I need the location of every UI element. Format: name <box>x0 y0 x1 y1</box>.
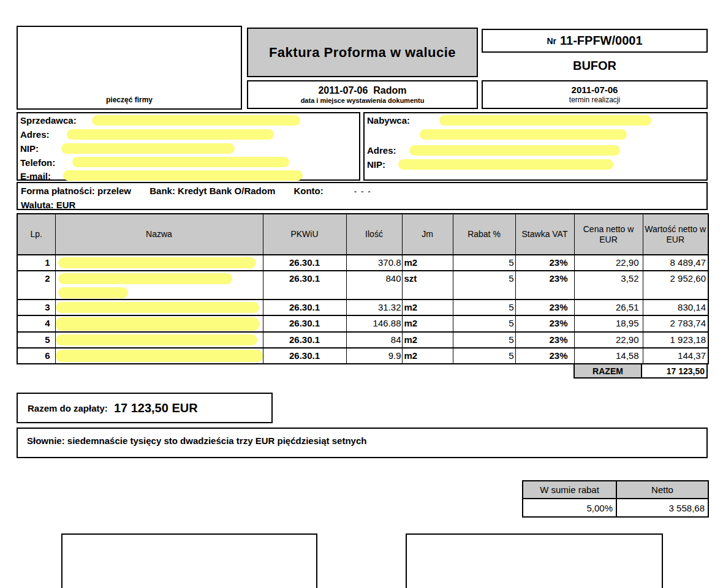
redacted-buyer-address <box>409 145 620 156</box>
item-name <box>55 271 263 300</box>
invoice-number: 11-FPFW/0001 <box>560 34 643 48</box>
item-unit: m2 <box>402 255 453 271</box>
payment-line1: Forma płatności: przelew Bank: Kredyt Ba… <box>21 184 703 198</box>
payment-form: Forma płatności: przelew <box>21 186 131 196</box>
col-vat: Stawka VAT <box>515 214 574 255</box>
item-qty: 840 <box>346 271 402 300</box>
seller-email-label: E-mail: <box>20 170 51 183</box>
payment-currency: Waluta: EUR <box>21 198 703 211</box>
item-row: 4 26.30.1 146.88 m2 5 23% 18,95 2 783,74 <box>17 315 708 332</box>
item-lp: 4 <box>17 315 55 332</box>
buyer-nip-label: NIP: <box>367 158 385 172</box>
col-price: Cena netto w EUR <box>574 214 643 255</box>
item-value: 2 952,60 <box>643 271 708 300</box>
item-unit: szt <box>402 271 453 300</box>
item-unit: m2 <box>402 300 453 315</box>
amount-in-words: Słownie: siedemnaście tysięcy sto dwadzi… <box>27 435 366 446</box>
discount-summary-header-row: W sumie rabat Netto <box>523 481 708 499</box>
item-price: 18,95 <box>574 315 643 332</box>
item-pkwiu: 26.30.1 <box>263 300 346 315</box>
item-price: 22,90 <box>574 255 643 271</box>
item-vat: 23% <box>515 271 574 300</box>
redacted-item-name-line2 <box>58 287 128 298</box>
due-date-caption: termin realizacji <box>569 96 620 105</box>
item-name <box>55 332 263 348</box>
item-unit: m2 <box>402 315 453 332</box>
item-discount: 5 <box>453 315 515 332</box>
item-unit: m2 <box>402 348 453 364</box>
item-lp: 6 <box>17 348 55 364</box>
col-discount: Rabat % <box>453 214 515 255</box>
item-lp: 2 <box>17 271 55 300</box>
redacted-item-name <box>58 257 256 268</box>
item-price: 3,52 <box>574 271 643 300</box>
item-value: 8 489,47 <box>643 255 708 271</box>
item-pkwiu: 26.30.1 <box>263 315 346 332</box>
item-name <box>55 300 263 315</box>
payment-box: Forma płatności: przelew Bank: Kredyt Ba… <box>17 182 708 210</box>
issue-date-caption: data i miejsce wystawienia dokumentu <box>301 97 425 105</box>
item-qty: 9.9 <box>346 348 402 364</box>
item-pkwiu: 26.30.1 <box>263 255 346 271</box>
col-lp: Lp. <box>17 214 55 255</box>
items-total-label: RAZEM <box>573 363 642 379</box>
netto-header: Netto <box>616 481 708 499</box>
item-vat: 23% <box>515 300 574 315</box>
document-title: Faktura Proforma w walucie <box>269 45 456 61</box>
item-lp: 5 <box>17 332 55 348</box>
item-row: 6 26.30.1 9.9 m2 5 23% 14,58 144,37 <box>17 348 708 364</box>
redacted-buyer-name-line2 <box>420 129 627 140</box>
col-qty: Ilość <box>346 214 402 255</box>
redacted-buyer-nip <box>398 159 613 170</box>
seller-box: Sprzedawca: Adres: NIP: Telefon: E-mail: <box>17 112 360 181</box>
due-date-box: 2011-07-06 termin realizacji <box>482 80 708 109</box>
item-lp: 3 <box>17 300 55 315</box>
col-pkwiu: PKWiU <box>263 214 346 255</box>
item-price: 14,58 <box>574 348 643 364</box>
netto-value: 3 558,68 <box>616 499 708 517</box>
total-due-box: Razem do zapłaty: 17 123,50 EUR <box>17 393 273 423</box>
item-pkwiu: 26.30.1 <box>263 348 346 364</box>
status-badge: BUFOR <box>482 55 708 76</box>
item-discount: 5 <box>453 255 515 271</box>
item-discount: 5 <box>453 332 515 348</box>
issue-date-value: 2011-07-06 Radom <box>318 85 406 97</box>
due-date-value: 2011-07-06 <box>572 85 618 96</box>
payment-bank: Bank: Kredyt Bank O/Radom <box>150 186 275 196</box>
discount-summary-table: W sumie rabat Netto 5,00% 3 558,68 <box>522 480 709 518</box>
item-qty: 370.8 <box>346 255 402 271</box>
items-table: Lp. Nazwa PKWiU Ilość Jm Rabat % Stawka … <box>17 213 709 364</box>
redacted-seller-email <box>63 170 303 181</box>
buyer-box: Nabywca: Adres: NIP: <box>363 112 708 181</box>
redacted-seller-name <box>92 115 300 126</box>
redacted-item-name <box>56 302 259 313</box>
item-row: 3 26.30.1 31.32 m2 5 23% 26,51 830,14 <box>17 300 708 315</box>
item-lp: 1 <box>17 255 55 271</box>
redacted-seller-nip <box>61 143 235 154</box>
buyer-address-label: Adres: <box>367 144 396 157</box>
total-due-label: Razem do zapłaty: <box>28 403 108 413</box>
item-vat: 23% <box>515 348 574 364</box>
signature-box-left <box>61 533 317 588</box>
invoice-number-label: Nr <box>547 36 556 46</box>
stamp-label: pieczęć firmy <box>106 96 153 104</box>
item-name <box>55 348 263 364</box>
company-stamp-box: pieczęć firmy <box>17 26 242 110</box>
item-row: 2 26.30.1 840 szt 5 23% 3,52 2 952,60 <box>17 271 708 300</box>
item-value: 2 783,74 <box>643 315 708 332</box>
item-value: 1 923,18 <box>643 332 708 348</box>
buyer-label: Nabywca: <box>367 114 410 127</box>
redacted-item-name <box>56 317 259 331</box>
item-price: 22,90 <box>574 332 643 348</box>
document-title-box: Faktura Proforma w walucie <box>247 28 478 77</box>
item-name <box>55 255 263 271</box>
col-unit: Jm <box>402 214 453 255</box>
col-name: Nazwa <box>55 214 263 255</box>
item-row: 1 26.30.1 370.8 m2 5 23% 22,90 8 489,47 <box>17 255 708 271</box>
redacted-item-name <box>56 334 257 345</box>
item-qty: 146.88 <box>346 315 402 332</box>
invoice-number-box: Nr 11-FPFW/0001 <box>482 29 708 53</box>
item-discount: 5 <box>453 271 515 300</box>
redacted-item-name <box>56 350 263 362</box>
col-value: Wartość netto w EUR <box>643 214 708 255</box>
